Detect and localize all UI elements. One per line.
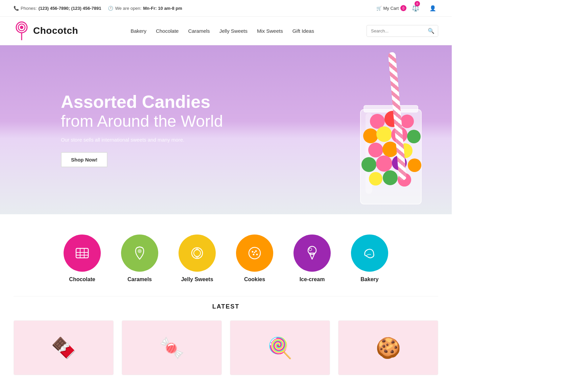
- logo[interactable]: Chocotch: [14, 21, 78, 40]
- logo-text: Chocotch: [33, 25, 78, 36]
- category-icecream-label: Ice-cream: [300, 276, 325, 283]
- svg-point-31: [194, 250, 201, 256]
- phone-icon: 📞: [14, 6, 19, 11]
- hours-label: We are open:: [115, 6, 141, 11]
- product-card-3[interactable]: 🍭: [230, 320, 330, 375]
- category-icecream-circle: [294, 235, 331, 272]
- cart-count: 0: [400, 5, 406, 11]
- category-jelly-circle: [179, 235, 216, 272]
- search-icon: 🔍: [428, 28, 435, 34]
- main-nav: Bakery Chocolate Caramels Jelly Sweets M…: [131, 28, 314, 34]
- svg-point-39: [309, 248, 312, 251]
- category-jelly-sweets[interactable]: Jelly Sweets: [179, 235, 216, 283]
- nav-chocolate[interactable]: Chocolate: [156, 28, 179, 34]
- latest-grid: 🍫 🍬 🍭 🍪: [14, 320, 438, 375]
- category-jelly-label: Jelly Sweets: [181, 276, 213, 283]
- svg-point-30: [192, 248, 203, 259]
- category-chocolate[interactable]: Chocolate: [64, 235, 101, 283]
- account-button[interactable]: 👤: [427, 3, 438, 14]
- caramels-icon: [131, 244, 148, 262]
- category-chocolate-circle: [64, 235, 101, 272]
- product-card-4[interactable]: 🍪: [338, 320, 438, 375]
- icecream-icon: [303, 244, 321, 262]
- category-bakery-label: Bakery: [360, 276, 378, 283]
- compare-count: 0: [415, 1, 420, 6]
- search-input[interactable]: [367, 26, 424, 36]
- search-bar: 🔍: [367, 25, 438, 37]
- nav-jelly-sweets[interactable]: Jelly Sweets: [219, 28, 248, 34]
- product-icon-1: 🍫: [51, 336, 76, 360]
- category-caramels[interactable]: Caramels: [121, 235, 158, 283]
- cart-label: My Cart: [383, 6, 399, 11]
- categories-grid: Chocolate Caramels: [14, 235, 438, 283]
- category-caramels-circle: [121, 235, 158, 272]
- nav-gift-ideas[interactable]: Gift Ideas: [292, 28, 314, 34]
- logo-icon: [14, 21, 30, 40]
- top-bar: 📞 Phones: (123) 456-7890; (123) 456-7891…: [0, 0, 452, 17]
- nav-caramels[interactable]: Caramels: [188, 28, 210, 34]
- svg-rect-24: [76, 248, 88, 258]
- category-bakery-circle: [351, 235, 388, 272]
- category-ice-cream[interactable]: Ice-cream: [294, 235, 331, 283]
- product-icon-2: 🍬: [159, 336, 185, 360]
- phone-label: Phones:: [21, 6, 37, 11]
- jelly-icon: [188, 244, 206, 262]
- product-card-1[interactable]: 🍫: [14, 320, 114, 375]
- hero-description: Our store sells all international sweets…: [61, 137, 391, 143]
- cart-icon: 🛒: [376, 6, 382, 11]
- hours-info: 🕐 We are open: Mn-Fr: 10 am-8 pm: [108, 6, 182, 11]
- product-icon-4: 🍪: [376, 336, 401, 360]
- product-image-3: 🍭: [230, 321, 330, 375]
- product-icon-3: 🍭: [267, 336, 293, 360]
- product-image-2: 🍬: [122, 321, 221, 375]
- hours-value: Mn-Fr: 10 am-8 pm: [143, 6, 182, 11]
- product-card-2[interactable]: 🍬: [122, 320, 222, 375]
- category-cookies-circle: [236, 235, 273, 272]
- latest-section: LATEST 🍫 🍬 🍭 🍪: [0, 296, 452, 389]
- svg-point-35: [253, 254, 255, 255]
- svg-point-34: [255, 250, 257, 252]
- svg-point-29: [138, 249, 142, 253]
- product-image-4: 🍪: [338, 321, 438, 375]
- chocolate-icon: [73, 244, 91, 262]
- bakery-icon: [361, 244, 378, 262]
- cookies-icon: [246, 244, 263, 262]
- shop-now-button[interactable]: Shop Now!: [61, 152, 108, 167]
- category-chocolate-label: Chocolate: [69, 276, 95, 283]
- phone-numbers: (123) 456-7890; (123) 456-7891: [39, 6, 101, 11]
- compare-button[interactable]: ⚖️ 0: [412, 4, 422, 12]
- user-icon: 👤: [429, 5, 436, 11]
- svg-point-33: [252, 251, 254, 253]
- hero-title-main: Assorted Candies: [61, 92, 391, 112]
- phone-info: 📞 Phones: (123) 456-7890; (123) 456-7891: [14, 6, 101, 11]
- top-bar-left: 📞 Phones: (123) 456-7890; (123) 456-7891…: [14, 6, 182, 11]
- svg-point-2: [20, 26, 23, 29]
- category-cookies-label: Cookies: [244, 276, 265, 283]
- category-bakery[interactable]: Bakery: [351, 235, 388, 283]
- hero-title-sub: from Around the World: [61, 112, 391, 131]
- hero-content: Assorted Candies from Around the World O…: [0, 65, 452, 195]
- cart-button[interactable]: 🛒 My Cart 0: [376, 5, 407, 11]
- category-caramels-label: Caramels: [127, 276, 152, 283]
- svg-point-36: [256, 254, 258, 255]
- hero-banner: Assorted Candies from Around the World O…: [0, 45, 452, 214]
- svg-point-37: [254, 252, 255, 253]
- top-bar-right: 🛒 My Cart 0 ⚖️ 0 👤: [376, 3, 439, 14]
- nav-mix-sweets[interactable]: Mix Sweets: [257, 28, 283, 34]
- latest-title: LATEST: [14, 303, 438, 310]
- nav-bakery[interactable]: Bakery: [131, 28, 146, 34]
- search-button[interactable]: 🔍: [424, 25, 438, 36]
- header: Chocotch Bakery Chocolate Caramels Jelly…: [0, 17, 452, 45]
- clock-icon: 🕐: [108, 6, 113, 11]
- category-cookies[interactable]: Cookies: [236, 235, 273, 283]
- categories-section: Chocolate Caramels: [0, 214, 452, 296]
- product-image-1: 🍫: [14, 321, 113, 375]
